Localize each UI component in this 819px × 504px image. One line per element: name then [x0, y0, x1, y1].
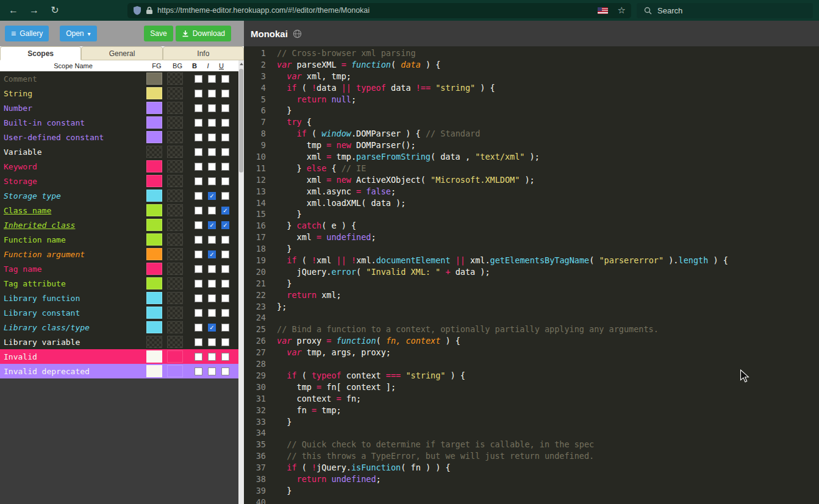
bold-checkbox[interactable] — [195, 207, 202, 215]
bg-color-swatch[interactable] — [167, 248, 183, 260]
italic-checkbox[interactable] — [208, 309, 216, 317]
underline-checkbox[interactable] — [221, 294, 229, 302]
scope-row[interactable]: Library class/type✓ — [0, 320, 244, 335]
fg-color-swatch[interactable] — [146, 190, 162, 202]
fg-color-swatch[interactable] — [146, 277, 162, 289]
bg-color-swatch[interactable] — [167, 365, 183, 377]
scope-row[interactable]: Storage — [0, 174, 244, 188]
browser-search-input[interactable]: Search — [637, 3, 813, 18]
url-text[interactable]: https://tmtheme-editor.herokuapp.com/#!/… — [157, 6, 370, 15]
bold-checkbox[interactable] — [195, 294, 202, 302]
scope-row[interactable]: Built-in constant — [0, 115, 244, 130]
scope-row[interactable]: Comment — [0, 71, 244, 86]
scrollbar-thumb[interactable] — [239, 69, 243, 172]
bold-checkbox[interactable] — [195, 338, 202, 346]
bg-color-swatch[interactable] — [167, 219, 183, 231]
url-bar[interactable]: https://tmtheme-editor.herokuapp.com/#!/… — [127, 3, 631, 18]
scope-row[interactable]: Number — [0, 101, 244, 115]
bookmark-star-icon[interactable]: ☆ — [618, 5, 626, 16]
italic-checkbox[interactable] — [208, 280, 216, 288]
fg-color-swatch[interactable] — [146, 292, 162, 304]
bold-checkbox[interactable] — [195, 163, 202, 171]
underline-checkbox[interactable] — [221, 265, 229, 273]
underline-checkbox[interactable] — [221, 338, 229, 346]
underline-checkbox[interactable] — [221, 177, 229, 185]
bold-checkbox[interactable] — [195, 192, 202, 200]
scope-row[interactable]: Invalid deprecated — [0, 364, 244, 378]
gallery-button[interactable]: ≡ Gallery — [5, 26, 49, 41]
underline-checkbox[interactable] — [221, 250, 229, 258]
underline-checkbox[interactable] — [221, 367, 229, 375]
back-button[interactable]: ← — [5, 2, 22, 19]
bold-checkbox[interactable] — [195, 90, 202, 98]
scroll-up-button[interactable] — [238, 60, 244, 68]
underline-checkbox[interactable] — [221, 119, 229, 127]
scope-row[interactable]: Function argument✓ — [0, 247, 244, 261]
fg-color-swatch[interactable] — [146, 73, 162, 85]
bg-color-swatch[interactable] — [167, 73, 183, 85]
globe-edit-icon[interactable] — [293, 29, 302, 38]
bg-color-swatch[interactable] — [167, 204, 183, 216]
fg-color-swatch[interactable] — [146, 263, 162, 275]
scope-row[interactable]: Invalid — [0, 349, 244, 364]
scope-row[interactable]: User-defined constant — [0, 130, 244, 144]
underline-checkbox[interactable] — [221, 104, 229, 112]
fg-color-swatch[interactable] — [146, 307, 162, 319]
scope-row[interactable]: Tag name — [0, 261, 244, 276]
bold-checkbox[interactable] — [195, 309, 202, 317]
italic-checkbox[interactable] — [208, 236, 216, 244]
bold-checkbox[interactable] — [195, 177, 202, 185]
italic-checkbox[interactable] — [208, 367, 216, 375]
italic-checkbox[interactable] — [208, 353, 216, 361]
italic-checkbox[interactable]: ✓ — [208, 324, 216, 332]
scope-row[interactable]: Library variable — [0, 335, 244, 349]
underline-checkbox[interactable] — [221, 90, 229, 98]
fg-color-swatch[interactable] — [146, 365, 162, 377]
fg-color-swatch[interactable] — [146, 87, 162, 99]
scope-row[interactable]: Variable — [0, 144, 244, 159]
underline-checkbox[interactable] — [221, 133, 229, 141]
scope-row[interactable]: Library function — [0, 291, 244, 305]
fg-color-swatch[interactable] — [146, 131, 162, 143]
panel-scrollbar[interactable] — [238, 60, 244, 504]
fg-color-swatch[interactable] — [146, 321, 162, 333]
italic-checkbox[interactable]: ✓ — [208, 192, 216, 200]
bg-color-swatch[interactable] — [167, 146, 183, 158]
bold-checkbox[interactable] — [195, 324, 202, 332]
bg-color-swatch[interactable] — [167, 116, 183, 129]
refresh-button[interactable]: ↻ — [46, 2, 63, 19]
bold-checkbox[interactable] — [195, 250, 202, 258]
bold-checkbox[interactable] — [195, 280, 202, 288]
bg-color-swatch[interactable] — [167, 336, 183, 348]
italic-checkbox[interactable] — [208, 207, 216, 215]
italic-checkbox[interactable]: ✓ — [208, 250, 216, 258]
bg-color-swatch[interactable] — [167, 175, 183, 187]
underline-checkbox[interactable] — [221, 280, 229, 288]
bg-color-swatch[interactable] — [167, 102, 183, 114]
fg-color-swatch[interactable] — [146, 336, 162, 348]
scope-row[interactable]: String — [0, 86, 244, 101]
scope-row[interactable]: Class name✓ — [0, 203, 244, 218]
italic-checkbox[interactable] — [208, 104, 216, 112]
fg-color-swatch[interactable] — [146, 102, 162, 114]
bold-checkbox[interactable] — [195, 104, 202, 112]
bg-color-swatch[interactable] — [167, 292, 183, 304]
underline-checkbox[interactable] — [221, 148, 229, 156]
scope-row[interactable]: Inherited class✓✓ — [0, 218, 244, 232]
italic-checkbox[interactable] — [208, 177, 216, 185]
underline-checkbox[interactable] — [221, 163, 229, 171]
italic-checkbox[interactable] — [208, 338, 216, 346]
bold-checkbox[interactable] — [195, 353, 202, 361]
italic-checkbox[interactable]: ✓ — [208, 221, 216, 229]
lock-icon[interactable] — [146, 6, 153, 15]
fg-color-swatch[interactable] — [146, 248, 162, 260]
underline-checkbox[interactable]: ✓ — [221, 207, 229, 215]
fg-color-swatch[interactable] — [146, 219, 162, 231]
bold-checkbox[interactable] — [195, 119, 202, 127]
italic-checkbox[interactable] — [208, 75, 216, 83]
italic-checkbox[interactable] — [208, 294, 216, 302]
bg-color-swatch[interactable] — [167, 87, 183, 99]
bg-color-swatch[interactable] — [167, 263, 183, 275]
fg-color-swatch[interactable] — [146, 204, 162, 216]
italic-checkbox[interactable] — [208, 133, 216, 141]
